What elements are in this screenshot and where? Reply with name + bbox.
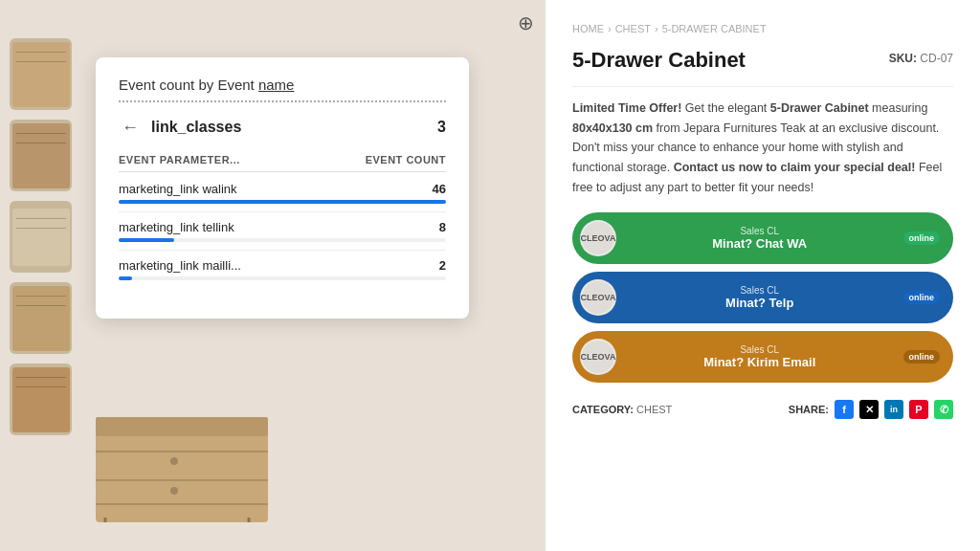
- sku-value: CD-07: [920, 52, 953, 65]
- row-value: 46: [433, 182, 446, 196]
- cleova-avatar-1: CLEOVA: [580, 220, 616, 256]
- divider-1: [572, 86, 953, 87]
- svg-rect-4: [96, 503, 268, 505]
- share-pinterest-icon[interactable]: P: [909, 400, 928, 419]
- btn-role-1: Sales CL: [626, 226, 894, 236]
- analytics-rows: marketing_link walink 46 marketing_link …: [119, 182, 446, 288]
- btn-main-1: Minat? Chat WA: [626, 236, 894, 251]
- cleova-avatar-2: CLEOVA: [580, 279, 616, 316]
- back-button[interactable]: ←: [119, 116, 142, 139]
- zoom-icon[interactable]: ⊕: [518, 11, 534, 34]
- online-badge-3: online: [903, 350, 941, 364]
- bar-container: [119, 200, 446, 204]
- card-title-underline: name: [258, 77, 295, 93]
- row-value: 2: [439, 258, 446, 273]
- share-facebook-icon[interactable]: f: [835, 400, 854, 419]
- bar-fill: [119, 238, 174, 242]
- share-label: SHARE:: [789, 404, 829, 415]
- btn-main-3: Minat? Kirim Email: [626, 355, 894, 369]
- back-label: link_classes: [151, 119, 241, 136]
- category-label: CATEGORY:: [572, 404, 634, 415]
- sku: SKU: CD-07: [889, 52, 953, 65]
- footer-info: CATEGORY: CHEST SHARE: f ✕ in P ✆: [572, 400, 953, 419]
- sku-label: SKU:: [889, 52, 917, 65]
- breadcrumb-chest[interactable]: CHEST: [615, 23, 651, 34]
- thumbnail-list: [10, 38, 72, 435]
- col-count-header: EVENT CoUnT: [366, 154, 446, 165]
- share-linkedin-icon[interactable]: in: [884, 400, 903, 419]
- col-param-header: EVENT PARAMETER...: [119, 154, 240, 165]
- left-panel: Event count by Event name ← link_classes…: [0, 0, 546, 551]
- share-whatsapp-icon[interactable]: ✆: [934, 400, 953, 419]
- btn-main-2: Minat? Telp: [626, 296, 894, 310]
- row-label: marketing_link mailli...: [119, 258, 241, 273]
- table-row: marketing_link walink 46: [119, 182, 446, 212]
- category-text: CATEGORY: CHEST: [572, 404, 672, 415]
- analytics-card: Event count by Event name ← link_classes…: [96, 57, 469, 319]
- svg-rect-5: [170, 457, 178, 465]
- online-badge-2: online: [903, 291, 941, 304]
- row-value: 8: [439, 220, 446, 234]
- thumbnail-2[interactable]: [10, 120, 72, 191]
- svg-rect-1: [96, 417, 268, 436]
- table-header: EVENT PARAMETER... EVENT CoUnT: [119, 154, 446, 172]
- thumbnail-3[interactable]: [10, 201, 72, 273]
- breadcrumb-sep2: ›: [655, 23, 658, 34]
- cta-whatsapp-button[interactable]: CLEOVA Sales CL Minat? Chat WA online: [572, 212, 953, 264]
- bar-fill: [119, 276, 132, 280]
- breadcrumb-current: 5-DRAWER CABINET: [662, 23, 767, 34]
- online-badge-1: online: [903, 231, 941, 245]
- back-row: ← link_classes 3: [119, 116, 446, 139]
- share-x-icon[interactable]: ✕: [859, 400, 879, 419]
- btn-role-3: Sales CL: [626, 344, 894, 355]
- thumbnail-5[interactable]: [10, 364, 72, 435]
- product-description: Limited Time Offer! Get the elegant 5-Dr…: [572, 99, 953, 197]
- breadcrumb-home[interactable]: HOME: [572, 23, 604, 34]
- svg-rect-3: [96, 479, 268, 481]
- table-row: marketing_link tellink 8: [119, 220, 446, 251]
- product-header: 5-Drawer Cabinet SKU: CD-07: [572, 48, 953, 73]
- table-row: marketing_link mailli... 2: [119, 258, 446, 288]
- bar-container: [119, 276, 446, 280]
- cta-buttons: CLEOVA Sales CL Minat? Chat WA online CL…: [572, 212, 953, 383]
- btn-role-2: Sales CL: [626, 285, 894, 296]
- btn-text-1: Sales CL Minat? Chat WA: [626, 226, 894, 251]
- bar-fill: [119, 200, 446, 204]
- cta-email-button[interactable]: CLEOVA Sales CL Minat? Kirim Email onlin…: [572, 331, 953, 383]
- main-product-image: [86, 398, 325, 551]
- btn-text-3: Sales CL Minat? Kirim Email: [626, 344, 894, 369]
- breadcrumb: HOME › CHEST › 5-DRAWER CABINET: [572, 23, 953, 34]
- btn-text-2: Sales CL Minat? Telp: [626, 285, 894, 310]
- cleova-avatar-3: CLEOVA: [580, 339, 616, 375]
- svg-rect-2: [96, 451, 268, 452]
- back-count: 3: [437, 119, 446, 136]
- share-row: SHARE: f ✕ in P ✆: [789, 400, 953, 419]
- thumbnail-4[interactable]: [10, 282, 72, 354]
- product-title: 5-Drawer Cabinet: [572, 48, 746, 73]
- row-label: marketing_link tellink: [119, 220, 234, 234]
- card-title: Event count by Event name: [119, 77, 446, 102]
- category-value: CHEST: [636, 404, 672, 415]
- breadcrumb-sep1: ›: [608, 23, 612, 34]
- bar-container: [119, 238, 446, 242]
- row-label: marketing_link walink: [119, 182, 237, 196]
- svg-rect-6: [170, 487, 178, 495]
- right-panel: HOME › CHEST › 5-DRAWER CABINET 5-Drawer…: [546, 0, 980, 551]
- cta-telp-button[interactable]: CLEOVA Sales CL Minat? Telp online: [572, 272, 953, 323]
- thumbnail-1[interactable]: [10, 38, 72, 110]
